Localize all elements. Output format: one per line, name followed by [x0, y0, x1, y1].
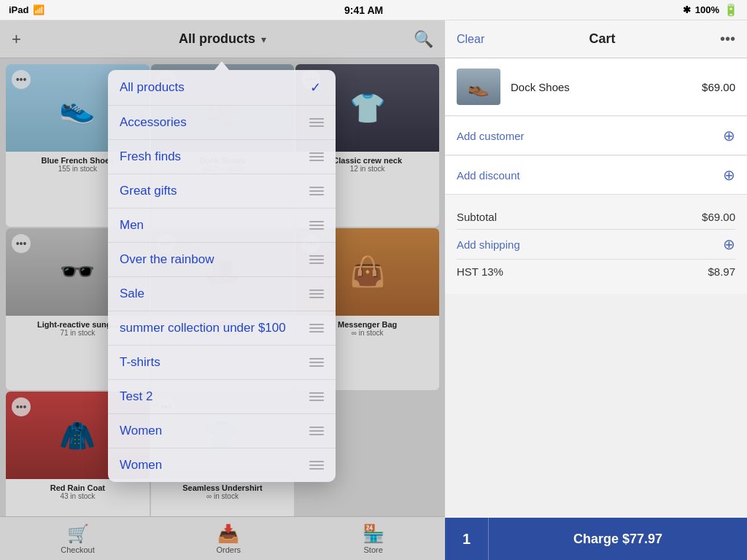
dropdown-item-t-shirts[interactable]: T-shirts	[108, 346, 336, 380]
add-discount-icon[interactable]: ⊕	[723, 166, 735, 184]
dropdown-item-summer-collection[interactable]: summer collection under $100	[108, 311, 336, 346]
carrier-label: iPad	[9, 4, 28, 15]
dropdown-item-label: Men	[120, 218, 144, 233]
dropdown-item-label: Women	[120, 424, 162, 438]
dropdown-arrow	[214, 61, 229, 70]
cart-title: Cart	[589, 31, 616, 47]
add-shipping-label[interactable]: Add shipping	[457, 238, 520, 251]
add-customer-row[interactable]: Add customer ⊕	[445, 117, 747, 155]
drag-handle[interactable]	[309, 118, 324, 127]
dropdown-item-great-gifts[interactable]: Great gifts	[108, 174, 336, 209]
subtotal-value: $69.00	[702, 211, 735, 223]
tax-label: HST 13%	[457, 265, 503, 278]
dropdown-item-label: Great gifts	[120, 184, 177, 198]
cart-clear-button[interactable]: Clear	[457, 33, 484, 46]
dropdown-item-label: Test 2	[120, 389, 152, 404]
cart-item-price: $69.00	[702, 81, 735, 93]
add-customer-label[interactable]: Add customer	[457, 130, 525, 142]
battery-label: 100%	[695, 4, 719, 15]
dropdown-item-label: All products	[120, 80, 185, 95]
drag-handle[interactable]	[309, 221, 324, 230]
add-shipping-row[interactable]: Add shipping ⊕	[457, 230, 735, 260]
dropdown-item-label: Fresh finds	[120, 149, 181, 164]
bluetooth-icon: ✱	[683, 4, 691, 15]
cart-panel: Clear Cart ••• 👞 Dock Shoes $69.00 Add c…	[445, 20, 747, 560]
cart-more-button[interactable]: •••	[720, 31, 735, 47]
add-discount-row[interactable]: Add discount ⊕	[445, 156, 747, 195]
drag-handle[interactable]	[309, 358, 324, 367]
subtotal-label: Subtotal	[457, 211, 497, 223]
dropdown-item-women-2[interactable]: Women	[108, 448, 336, 482]
dropdown-item-over-the-rainbow[interactable]: Over the rainbow	[108, 243, 336, 277]
dropdown-item-label: Sale	[120, 287, 144, 301]
dropdown-item-fresh-finds[interactable]: Fresh finds	[108, 140, 336, 174]
cart-body: 👞 Dock Shoes $69.00 Add customer ⊕ Add d…	[445, 58, 747, 518]
drag-handle[interactable]	[309, 324, 324, 332]
dropdown-item-sale[interactable]: Sale	[108, 277, 336, 311]
dropdown-item-all-products[interactable]: All products ✓	[108, 70, 336, 106]
dropdown-item-women[interactable]: Women	[108, 414, 336, 448]
status-right: ✱ 100% 🔋	[683, 3, 738, 17]
cart-item-dock-shoes[interactable]: 👞 Dock Shoes $69.00	[445, 58, 747, 116]
dropdown-menu: All products ✓ Accessories Fresh finds G…	[108, 70, 336, 482]
dropdown-item-label: Women	[120, 458, 162, 472]
dropdown-item-label: Over the rainbow	[120, 252, 214, 267]
drag-handle[interactable]	[309, 392, 324, 401]
dropdown-item-men[interactable]: Men	[108, 209, 336, 243]
status-left: iPad 📶	[9, 4, 44, 15]
battery-icon: 🔋	[724, 3, 738, 17]
tax-row: HST 13% $8.97	[457, 260, 735, 284]
products-panel: + All products ▾ 🔍 ••• 👟 Blue French Sho…	[0, 20, 445, 560]
tax-value: $8.97	[708, 265, 735, 278]
drag-handle[interactable]	[309, 152, 324, 161]
cart-summary: Subtotal $69.00 Add shipping ⊕ HST 13% $…	[445, 195, 747, 294]
dropdown-item-test-2[interactable]: Test 2	[108, 380, 336, 414]
wifi-icon: 📶	[33, 4, 44, 15]
drag-handle[interactable]	[309, 461, 324, 470]
drag-handle[interactable]	[309, 427, 324, 435]
dropdown-item-accessories[interactable]: Accessories	[108, 106, 336, 140]
add-discount-label[interactable]: Add discount	[457, 169, 520, 182]
charge-quantity[interactable]: 1	[445, 518, 489, 560]
subtotal-row: Subtotal $69.00	[457, 205, 735, 230]
time-label: 9:41 AM	[344, 4, 383, 16]
checkmark-icon: ✓	[310, 79, 321, 96]
cart-header: Clear Cart •••	[445, 20, 747, 58]
drag-handle[interactable]	[309, 289, 324, 298]
drag-handle[interactable]	[309, 187, 324, 195]
drag-handle[interactable]	[309, 255, 324, 264]
dropdown-item-label: Accessories	[120, 115, 187, 130]
add-shipping-icon[interactable]: ⊕	[723, 236, 735, 253]
charge-button[interactable]: Charge $77.97	[489, 518, 747, 560]
cart-item-name: Dock Shoes	[511, 81, 692, 93]
add-customer-icon[interactable]: ⊕	[723, 127, 735, 144]
dropdown-item-label: T-shirts	[120, 355, 160, 370]
dropdown-item-label: summer collection under $100	[120, 321, 286, 335]
cart-item-image: 👞	[457, 69, 500, 105]
charge-bar[interactable]: 1 Charge $77.97	[445, 518, 747, 560]
status-bar: iPad 📶 9:41 AM ✱ 100% 🔋	[0, 0, 747, 20]
